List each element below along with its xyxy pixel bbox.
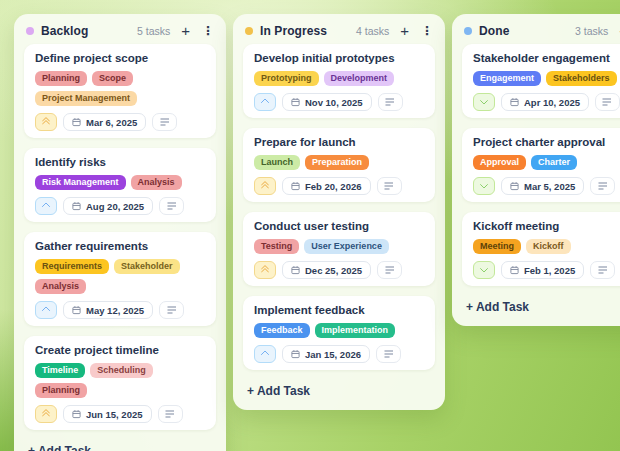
due-date: Feb 1, 2025	[524, 265, 575, 276]
card-meta: Feb 20, 2026	[254, 177, 424, 195]
task-card[interactable]: Identify risks Risk Management Analysis …	[24, 148, 216, 222]
tag: Stakeholder	[114, 259, 180, 274]
column-done: Done 3 tasks + ⋮ Stakeholder engagement …	[452, 14, 620, 326]
add-task-button[interactable]: + Add Task	[14, 440, 226, 451]
priority-badge	[473, 261, 495, 279]
text-lines-icon	[160, 118, 170, 126]
due-date-chip: Dec 25, 2025	[282, 261, 371, 279]
card-meta: Mar 5, 2025	[473, 177, 620, 195]
text-lines-icon	[384, 182, 394, 190]
due-date-chip: Apr 10, 2025	[501, 93, 589, 111]
chevron-down-icon	[480, 96, 488, 104]
tag: Risk Management	[35, 175, 126, 190]
add-card-icon[interactable]: +	[181, 24, 190, 38]
tag: Analysis	[35, 279, 86, 294]
task-title: Prepare for launch	[254, 136, 424, 149]
column-title: In Progress	[260, 24, 356, 38]
due-date: Mar 5, 2025	[524, 181, 575, 192]
text-lines-icon	[385, 266, 395, 274]
due-date-chip: Jun 15, 2025	[63, 405, 152, 423]
calendar-icon	[291, 349, 300, 359]
task-card[interactable]: Project charter approval Approval Charte…	[462, 128, 620, 202]
tag-list: Meeting Kickoff	[473, 239, 620, 254]
add-task-button[interactable]: + Add Task	[452, 296, 620, 326]
due-date-chip: Feb 1, 2025	[501, 261, 584, 279]
text-lines-icon	[384, 350, 394, 358]
add-task-button[interactable]: + Add Task	[233, 380, 445, 410]
column-header: In Progress 4 tasks + ⋮	[233, 14, 445, 44]
tag: Project Management	[35, 91, 137, 106]
task-title: Stakeholder engagement	[473, 52, 620, 65]
priority-badge	[254, 93, 276, 111]
tag: Requirements	[35, 259, 109, 274]
tag: User Experience	[304, 239, 389, 254]
task-card[interactable]: Stakeholder engagement Engagement Stakeh…	[462, 44, 620, 118]
tag-list: Planning Scope Project Management	[35, 71, 205, 106]
card-meta: Apr 10, 2025	[473, 93, 620, 111]
column-menu-icon[interactable]: ⋮	[421, 24, 433, 38]
column-in-progress: In Progress 4 tasks + ⋮ Develop initial …	[233, 14, 445, 410]
description-chip	[590, 261, 615, 279]
task-count: 3 tasks	[575, 25, 608, 37]
task-card[interactable]: Implement feedback Feedback Implementati…	[243, 296, 435, 370]
task-title: Kickoff meeting	[473, 220, 620, 233]
add-card-icon[interactable]: +	[400, 24, 409, 38]
priority-badge	[35, 301, 57, 319]
description-chip	[377, 261, 402, 279]
tag: Scope	[92, 71, 133, 86]
task-card[interactable]: Conduct user testing Testing User Experi…	[243, 212, 435, 286]
priority-badge	[254, 345, 276, 363]
kanban-board: Backlog 5 tasks + ⋮ Define project scope…	[0, 0, 620, 451]
task-card[interactable]: Prepare for launch Launch Preparation Fe…	[243, 128, 435, 202]
chevron-down-icon	[480, 264, 488, 272]
chevron-up-icon	[261, 350, 269, 358]
task-card[interactable]: Define project scope Planning Scope Proj…	[24, 44, 216, 138]
card-meta: Jun 15, 2025	[35, 405, 205, 423]
tag: Development	[324, 71, 395, 86]
task-count: 4 tasks	[356, 25, 389, 37]
tag: Testing	[254, 239, 299, 254]
tag: Planning	[35, 383, 87, 398]
column-title: Done	[479, 24, 575, 38]
due-date: Mar 6, 2025	[86, 117, 137, 128]
description-chip	[377, 177, 402, 195]
tag: Engagement	[473, 71, 541, 86]
tag-list: Timeline Scheduling Planning	[35, 363, 205, 398]
priority-badge	[35, 197, 57, 215]
text-lines-icon	[167, 306, 177, 314]
tag-list: Engagement Stakeholders	[473, 71, 620, 86]
task-card[interactable]: Develop initial prototypes Prototyping D…	[243, 44, 435, 118]
column-menu-icon[interactable]: ⋮	[202, 24, 214, 38]
tag: Launch	[254, 155, 300, 170]
column-status-dot	[464, 27, 472, 35]
description-chip	[590, 177, 615, 195]
task-card[interactable]: Create project timeline Timeline Schedul…	[24, 336, 216, 430]
task-title: Identify risks	[35, 156, 205, 169]
card-meta: Nov 10, 2025	[254, 93, 424, 111]
priority-badge	[35, 113, 57, 131]
due-date: Jun 15, 2025	[86, 409, 143, 420]
card-meta: Jan 15, 2026	[254, 345, 424, 363]
tag-list: Requirements Stakeholder Analysis	[35, 259, 205, 294]
tag-list: Approval Charter	[473, 155, 620, 170]
column-backlog: Backlog 5 tasks + ⋮ Define project scope…	[14, 14, 226, 451]
due-date: Jan 15, 2026	[305, 349, 361, 360]
chevron-down-icon	[480, 180, 488, 188]
calendar-icon	[291, 181, 300, 191]
task-card[interactable]: Gather requirements Requirements Stakeho…	[24, 232, 216, 326]
due-date-chip: Nov 10, 2025	[282, 93, 372, 111]
task-title: Project charter approval	[473, 136, 620, 149]
tag: Prototyping	[254, 71, 319, 86]
calendar-icon	[291, 97, 300, 107]
tag-list: Launch Preparation	[254, 155, 424, 170]
tag-list: Risk Management Analysis	[35, 175, 205, 190]
text-lines-icon	[602, 98, 612, 106]
task-title: Develop initial prototypes	[254, 52, 424, 65]
priority-badge	[254, 261, 276, 279]
text-lines-icon	[598, 266, 608, 274]
card-meta: Mar 6, 2025	[35, 113, 205, 131]
tag-list: Prototyping Development	[254, 71, 424, 86]
task-card[interactable]: Kickoff meeting Meeting Kickoff Feb 1, 2…	[462, 212, 620, 286]
card-meta: May 12, 2025	[35, 301, 205, 319]
due-date-chip: Mar 5, 2025	[501, 177, 584, 195]
